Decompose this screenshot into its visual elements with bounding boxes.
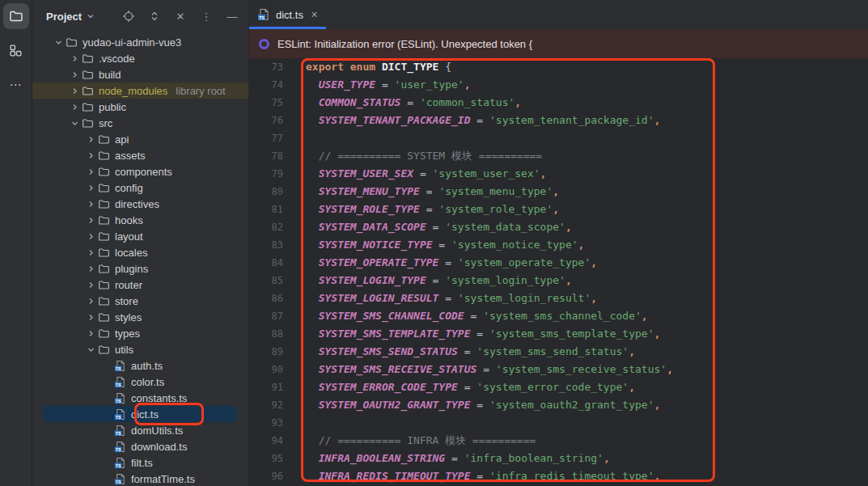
tree-item-directives[interactable]: directives [32, 196, 248, 212]
code-line-87[interactable]: 87 SYSTEM_SMS_CHANNEL_CODE = 'system_sms… [249, 307, 868, 325]
code-line-83[interactable]: 83 SYSTEM_NOTICE_TYPE = 'system_notice_t… [249, 236, 868, 254]
line-number[interactable]: 89 [249, 343, 283, 361]
line-number[interactable]: 86 [249, 289, 283, 307]
chevron-right-icon[interactable] [84, 313, 98, 322]
line-number[interactable]: 96 [249, 467, 283, 485]
line-number[interactable]: 93 [249, 414, 283, 432]
line-number[interactable]: 78 [249, 147, 283, 165]
tree-item-store[interactable]: store [32, 293, 248, 309]
line-number[interactable]: 92 [249, 396, 283, 414]
tree-item-constants-ts[interactable]: TSconstants.ts [32, 390, 248, 406]
chevron-right-icon[interactable] [84, 281, 98, 289]
chevron-right-icon[interactable] [84, 297, 98, 306]
tab-close-icon[interactable]: ✕ [311, 10, 318, 20]
tree-item-filt-ts[interactable]: TSfilt.ts [32, 454, 248, 471]
line-number[interactable]: 88 [249, 325, 283, 343]
line-number[interactable]: 90 [249, 361, 283, 378]
tree-item-download-ts[interactable]: TSdownload.ts [32, 438, 248, 454]
chevron-right-icon[interactable] [68, 103, 82, 112]
code-line-85[interactable]: 85 SYSTEM_LOGIN_TYPE = 'system_login_typ… [249, 272, 868, 289]
line-number[interactable]: 74 [249, 76, 283, 94]
tree-item-build[interactable]: build [32, 66, 248, 82]
chevron-right-icon[interactable] [84, 151, 98, 160]
chevron-right-icon[interactable] [84, 216, 98, 225]
project-panel-title[interactable]: Project [46, 11, 82, 23]
chevron-down-icon[interactable] [87, 12, 95, 20]
tree-item-public[interactable]: public [32, 99, 248, 115]
chevron-right-icon[interactable] [84, 329, 98, 338]
code-line-94[interactable]: 94 // ========== INFRA 模块 ========== [249, 432, 868, 450]
code-line-90[interactable]: 90 SYSTEM_SMS_RECEIVE_STATUS = 'system_s… [249, 361, 868, 378]
tree-item-dict-ts[interactable]: TSdict.ts [43, 406, 237, 422]
tree-item-styles[interactable]: styles [32, 309, 248, 325]
chevron-right-icon[interactable] [84, 248, 98, 257]
tree-item-formattime-ts[interactable]: TSformatTime.ts [32, 471, 248, 486]
line-number[interactable]: 94 [249, 432, 283, 450]
tree-item-utils[interactable]: utils [32, 341, 248, 357]
tree-item--vscode[interactable]: .vscode [32, 50, 248, 66]
line-number[interactable]: 82 [249, 218, 283, 236]
chevron-right-icon[interactable] [84, 167, 98, 176]
code-line-79[interactable]: 79 SYSTEM_USER_SEX = 'system_user_sex', [249, 165, 868, 183]
code-line-91[interactable]: 91 SYSTEM_ERROR_CODE_TYPE = 'system_erro… [249, 378, 868, 396]
tree-item-domutils-ts[interactable]: TSdomUtils.ts [32, 422, 248, 438]
chevron-right-icon[interactable] [84, 184, 98, 192]
code-editor[interactable]: 73export enum DICT_TYPE {74 USER_TYPE = … [249, 58, 868, 486]
line-number[interactable]: 75 [249, 94, 283, 112]
close-panel-icon[interactable]: ✕ [174, 10, 187, 23]
chevron-right-icon[interactable] [68, 70, 82, 79]
tree-item-color-ts[interactable]: TScolor.ts [32, 374, 248, 390]
line-number[interactable]: 81 [249, 201, 283, 218]
line-number[interactable]: 79 [249, 165, 283, 183]
line-number[interactable]: 84 [249, 254, 283, 272]
more-tool-windows-icon[interactable]: ⋯ [10, 78, 23, 92]
line-number[interactable]: 80 [249, 183, 283, 201]
code-line-92[interactable]: 92 SYSTEM_OAUTH2_GRANT_TYPE = 'system_oa… [249, 396, 868, 414]
tree-item-components[interactable]: components [32, 163, 248, 180]
code-line-81[interactable]: 81 SYSTEM_ROLE_TYPE = 'system_role_type'… [249, 201, 868, 218]
code-line-77[interactable]: 77 [249, 129, 868, 147]
tree-item-plugins[interactable]: plugins [32, 260, 248, 277]
line-number[interactable]: 77 [249, 129, 283, 147]
chevron-down-icon[interactable] [52, 38, 66, 47]
structure-tool-window-button[interactable] [3, 37, 29, 63]
chevron-right-icon[interactable] [84, 264, 98, 273]
line-number[interactable]: 83 [249, 236, 283, 254]
code-line-74[interactable]: 74 USER_TYPE = 'user_type', [249, 76, 868, 94]
code-line-84[interactable]: 84 SYSTEM_OPERATE_TYPE = 'system_operate… [249, 254, 868, 272]
chevron-down-icon[interactable] [84, 345, 98, 354]
code-line-76[interactable]: 76 SYSTEM_TENANT_PACKAGE_ID = 'system_te… [249, 112, 868, 129]
code-line-93[interactable]: 93 [249, 414, 868, 432]
line-number[interactable]: 95 [249, 450, 283, 467]
chevron-right-icon[interactable] [84, 200, 98, 209]
chevron-right-icon[interactable] [84, 135, 98, 144]
line-number[interactable]: 73 [249, 58, 283, 76]
code-line-75[interactable]: 75 COMMON_STATUS = 'common_status', [249, 94, 868, 112]
line-number[interactable]: 87 [249, 307, 283, 325]
tree-item-node-modules[interactable]: node_moduleslibrary root [32, 82, 248, 99]
tree-item-config[interactable]: config [32, 180, 248, 196]
tree-item-assets[interactable]: assets [32, 147, 248, 163]
expand-collapse-icon[interactable] [148, 10, 161, 23]
tree-item-src[interactable]: src [32, 115, 248, 131]
code-line-86[interactable]: 86 SYSTEM_LOGIN_RESULT = 'system_login_r… [249, 289, 868, 307]
tree-item-api[interactable]: api [32, 131, 248, 147]
project-tool-window-button[interactable] [3, 3, 29, 29]
tab-dict-ts[interactable]: TS dict.ts ✕ [249, 0, 326, 29]
locate-file-icon[interactable] [122, 10, 135, 23]
tree-item-locales[interactable]: locales [32, 244, 248, 260]
tree-item-router[interactable]: router [32, 277, 248, 293]
tree-item-auth-ts[interactable]: TSauth.ts [32, 357, 248, 374]
chevron-right-icon[interactable] [68, 54, 82, 63]
tree-item-yudao-ui-admin-vue3[interactable]: yudao-ui-admin-vue3 [32, 34, 248, 50]
tree-item-layout[interactable]: layout [32, 228, 248, 244]
code-line-96[interactable]: 96 INFRA_REDIS_TIMEOUT_TYPE = 'infra_red… [249, 467, 868, 485]
code-line-95[interactable]: 95 INFRA_BOOLEAN_STRING = 'infra_boolean… [249, 450, 868, 467]
code-line-80[interactable]: 80 SYSTEM_MENU_TYPE = 'system_menu_type'… [249, 183, 868, 201]
line-number[interactable]: 85 [249, 272, 283, 289]
chevron-right-icon[interactable] [68, 87, 82, 95]
code-line-89[interactable]: 89 SYSTEM_SMS_SEND_STATUS = 'system_sms_… [249, 343, 868, 361]
chevron-right-icon[interactable] [84, 232, 98, 241]
code-line-88[interactable]: 88 SYSTEM_SMS_TEMPLATE_TYPE = 'system_sm… [249, 325, 868, 343]
code-line-82[interactable]: 82 SYSTEM_DATA_SCOPE = 'system_data_scop… [249, 218, 868, 236]
